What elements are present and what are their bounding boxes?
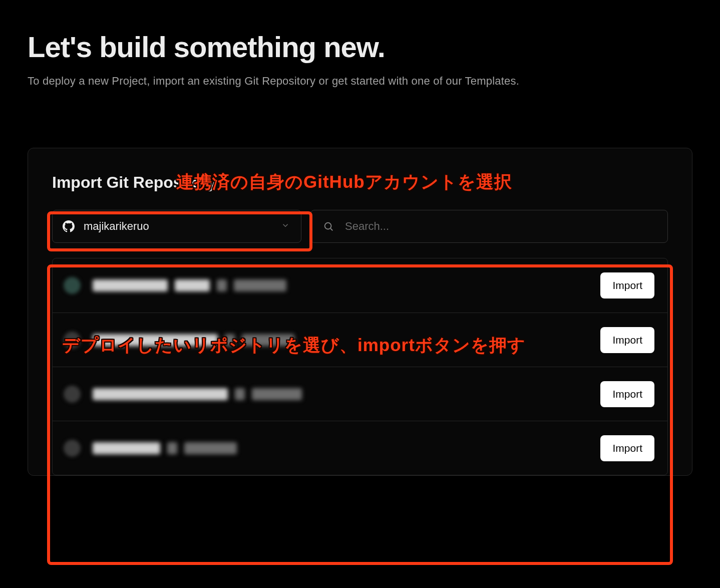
repo-name-blurred [93,334,600,346]
repo-item: Import [53,313,667,367]
import-button[interactable]: Import [600,435,654,461]
repo-avatar-icon [64,277,81,294]
controls-row: majikarikeruo [52,210,668,243]
page-subtitle: To deploy a new Project, import an exist… [28,75,692,88]
import-button[interactable]: Import [600,327,654,353]
repo-item: Import [53,421,667,475]
account-select[interactable]: majikarikeruo [52,210,301,243]
repo-item: Import [53,367,667,421]
search-input[interactable] [345,220,655,233]
repo-name-blurred [93,388,600,400]
search-box[interactable] [310,210,668,243]
page-title: Let's build something new. [28,30,692,64]
repo-avatar-icon [64,386,81,403]
account-name: majikarikeruo [84,220,149,233]
import-button[interactable]: Import [600,272,654,299]
card-title: Import Git Repository [52,173,668,192]
chevron-down-icon [281,221,290,232]
import-button[interactable]: Import [600,381,654,407]
github-icon [63,220,75,232]
repo-name-blurred [93,442,600,454]
import-card: Import Git Repository majikarikeruo [28,148,692,476]
search-icon [323,221,334,232]
svg-point-0 [325,223,331,229]
svg-line-1 [330,228,332,230]
repo-name-blurred [93,279,600,291]
repo-item: Import [53,258,667,313]
repo-avatar-icon [64,440,81,457]
repo-avatar-icon [64,332,81,349]
repo-list: Import Import Import [52,258,668,475]
